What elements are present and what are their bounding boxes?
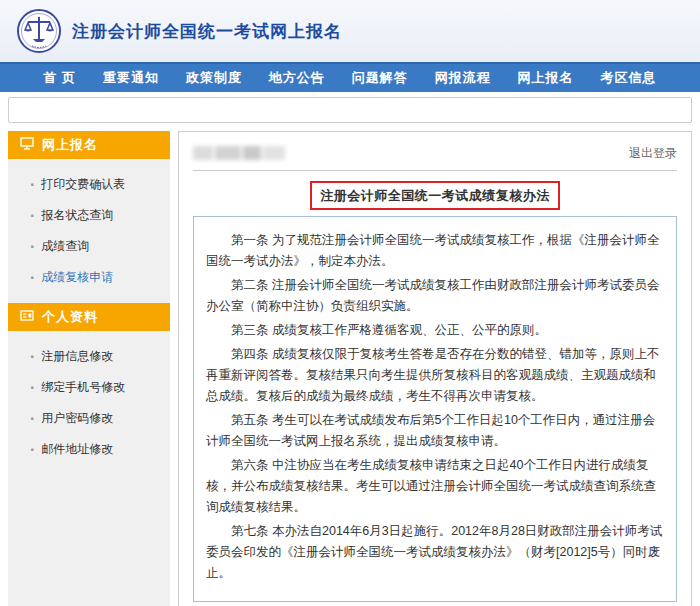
top-navigation: 首 页 重要通知 政策制度 地方公告 问题解答 网报流程 网上报名 考区信息 xyxy=(0,62,700,92)
content-top-bar: 退出登录 xyxy=(193,144,677,162)
sidebar-item-label: 报名状态查询 xyxy=(41,207,113,224)
bullet-icon: · xyxy=(30,270,35,286)
main-area: 网上报名 · 打印交费确认表 · 报名状态查询 · xyxy=(0,131,700,606)
sidebar-item[interactable]: · 用户密码修改 xyxy=(8,403,170,434)
sidebar-header-label: 个人资料 xyxy=(42,308,98,326)
cpa-logo-icon xyxy=(16,8,62,54)
content-panel: 退出登录 注册会计师全国统一考试成绩复核办法 第一条 为了规范注册会计师全国统一… xyxy=(178,131,692,606)
sidebar-list-personal: · 注册信息修改 · 绑定手机号修改 · 用户密码修改 · xyxy=(8,335,170,475)
sidebar-item-label: 绑定手机号修改 xyxy=(41,379,125,396)
monitor-icon xyxy=(20,137,34,153)
document-body: 第一条 为了规范注册会计师全国统一考试成绩复核工作，根据《注册会计师全国统一考试… xyxy=(193,216,677,602)
sidebar-item[interactable]: · 成绩复核申请 xyxy=(8,262,170,293)
sidebar-item-label: 成绩查询 xyxy=(41,238,89,255)
sidebar-item-label: 打印交费确认表 xyxy=(41,176,125,193)
sidebar-item-label: 成绩复核申请 xyxy=(41,269,113,286)
sidebar-item[interactable]: · 报名状态查询 xyxy=(8,200,170,231)
bullet-icon: · xyxy=(30,239,35,255)
paragraph: 第四条 成绩复核仅限于复核考生答卷是否存在分数的错登、错加等，原则上不再重新评阅… xyxy=(206,344,664,407)
sidebar-item[interactable]: · 邮件地址修改 xyxy=(8,434,170,465)
site-header: 注册会计师全国统一考试网上报名 xyxy=(0,0,700,62)
sidebar-item[interactable]: · 绑定手机号修改 xyxy=(8,372,170,403)
paragraph: 第三条 成绩复核工作严格遵循客观、公正、公平的原则。 xyxy=(206,320,664,341)
nav-item[interactable]: 重要通知 xyxy=(103,69,159,87)
nav-item[interactable]: 网报流程 xyxy=(435,69,491,87)
nav-item[interactable]: 问题解答 xyxy=(352,69,408,87)
sidebar-list-registration: · 打印交费确认表 · 报名状态查询 · 成绩查询 · xyxy=(8,163,170,303)
nav-item[interactable]: 考区信息 xyxy=(601,69,657,87)
sidebar-item[interactable]: · 注册信息修改 xyxy=(8,341,170,372)
sidebar: 网上报名 · 打印交费确认表 · 报名状态查询 · xyxy=(8,131,170,606)
id-card-icon xyxy=(20,309,34,325)
bullet-icon: · xyxy=(30,380,35,396)
sidebar-item-label: 邮件地址修改 xyxy=(41,441,113,458)
logout-link[interactable]: 退出登录 xyxy=(629,145,677,162)
bullet-icon: · xyxy=(30,208,35,224)
nav-item[interactable]: 首 页 xyxy=(43,69,76,87)
divider xyxy=(193,170,677,171)
paragraph: 第一条 为了规范注册会计师全国统一考试成绩复核工作，根据《注册会计师全国统一考试… xyxy=(206,230,664,272)
nav-item[interactable]: 网上报名 xyxy=(518,69,574,87)
nav-item[interactable]: 政策制度 xyxy=(186,69,242,87)
sidebar-item-label: 用户密码修改 xyxy=(41,410,113,427)
sidebar-item[interactable]: · 成绩查询 xyxy=(8,231,170,262)
paragraph: 第七条 本办法自2014年6月3日起施行。2012年8月28日财政部注册会计师考… xyxy=(206,521,664,584)
site-title: 注册会计师全国统一考试网上报名 xyxy=(72,20,342,43)
sidebar-item[interactable]: · 打印交费确认表 xyxy=(8,169,170,200)
sidebar-header-online-registration: 网上报名 xyxy=(8,131,170,159)
bullet-icon: · xyxy=(30,349,35,365)
sidebar-header-label: 网上报名 xyxy=(42,136,98,154)
document-title: 注册会计师全国统一考试成绩复核办法 xyxy=(320,188,550,203)
annotation-box-title: 注册会计师全国统一考试成绩复核办法 xyxy=(310,181,560,210)
bullet-icon: · xyxy=(30,411,35,427)
sidebar-header-personal-info: 个人资料 xyxy=(8,303,170,331)
paragraph: 第二条 注册会计师全国统一考试成绩复核工作由财政部注册会计师考试委员会办公室（简… xyxy=(206,275,664,317)
sidebar-item-label: 注册信息修改 xyxy=(41,348,113,365)
paragraph: 第六条 中注协应当在考生成绩复核申请结束之日起40个工作日内进行成绩复核，并公布… xyxy=(206,455,664,518)
bullet-icon: · xyxy=(30,442,35,458)
document-title-row: 注册会计师全国统一考试成绩复核办法 xyxy=(193,181,677,210)
bullet-icon: · xyxy=(30,177,35,193)
breadcrumb-bar xyxy=(8,97,692,123)
user-name-redacted xyxy=(193,146,285,160)
page: 注册会计师全国统一考试网上报名 首 页 重要通知 政策制度 地方公告 问题解答 … xyxy=(0,0,700,606)
paragraph: 第五条 考生可以在考试成绩发布后第5个工作日起10个工作日内，通过注册会计师全国… xyxy=(206,410,664,452)
nav-item[interactable]: 地方公告 xyxy=(269,69,325,87)
